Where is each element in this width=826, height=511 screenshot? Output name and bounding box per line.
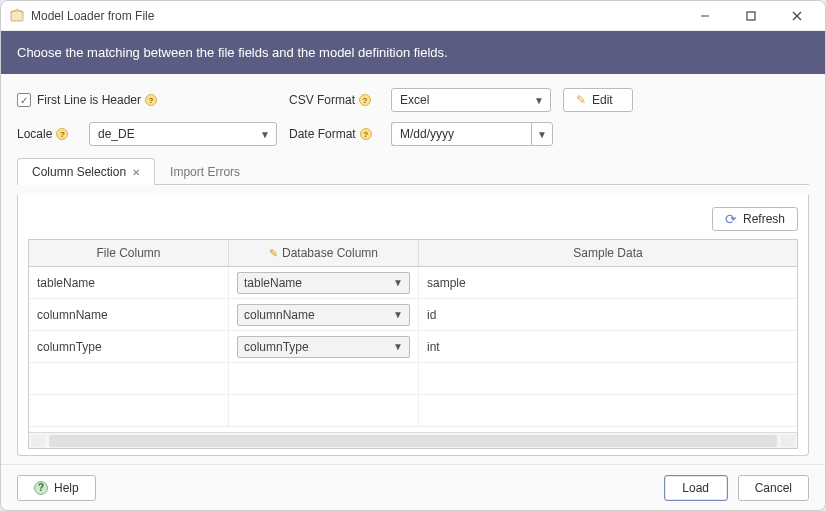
chevron-down-icon: ▼ xyxy=(537,129,547,140)
table-row: columnName columnName ▼ id xyxy=(29,299,797,331)
cell-db-column: tableName ▼ xyxy=(229,267,419,298)
cell-sample: int xyxy=(419,331,797,362)
chevron-down-icon: ▼ xyxy=(534,95,544,106)
pencil-icon: ✎ xyxy=(576,93,586,107)
pencil-icon: ✎ xyxy=(269,247,278,260)
csv-format-value: Excel xyxy=(400,93,429,107)
first-line-header-checkbox[interactable]: ✓ First Line is Header ? xyxy=(17,93,277,107)
cell-file-column: columnType xyxy=(29,331,229,362)
svg-rect-0 xyxy=(11,11,23,21)
db-column-value: columnName xyxy=(244,308,315,322)
cell-sample: sample xyxy=(419,267,797,298)
cancel-button[interactable]: Cancel xyxy=(738,475,809,501)
content-area: ✓ First Line is Header ? CSV Format ? Ex… xyxy=(1,74,825,464)
load-button-label: Load xyxy=(682,481,709,495)
help-icon[interactable]: ? xyxy=(56,128,68,140)
refresh-button-label: Refresh xyxy=(743,212,785,226)
chevron-down-icon: ▼ xyxy=(260,129,270,140)
checkbox-icon: ✓ xyxy=(17,93,31,107)
csv-format-combo[interactable]: Excel ▼ xyxy=(391,88,551,112)
chevron-down-icon: ▼ xyxy=(393,341,403,352)
table-header: File Column ✎Database Column Sample Data xyxy=(29,240,797,267)
first-line-header-label: First Line is Header ? xyxy=(37,93,157,107)
first-line-header-label-text: First Line is Header xyxy=(37,93,141,107)
instruction-banner: Choose the matching between the file fie… xyxy=(1,31,825,74)
locale-value: de_DE xyxy=(98,127,135,141)
cell-file-column: tableName xyxy=(29,267,229,298)
cell-db-column: columnType ▼ xyxy=(229,331,419,362)
dialog-footer: ? Help Load Cancel xyxy=(1,464,825,510)
maximize-button[interactable] xyxy=(731,2,771,30)
cancel-button-label: Cancel xyxy=(755,481,792,495)
date-format-value: M/dd/yyyy xyxy=(400,127,454,141)
svg-rect-2 xyxy=(747,12,755,20)
table-row: tableName tableName ▼ sample xyxy=(29,267,797,299)
db-column-value: columnType xyxy=(244,340,309,354)
date-format-label: Date Format ? xyxy=(289,127,379,141)
titlebar: Model Loader from File xyxy=(1,1,825,31)
date-format-label-text: Date Format xyxy=(289,127,356,141)
db-column-value: tableName xyxy=(244,276,302,290)
dialog-window: Model Loader from File Choose the matchi… xyxy=(0,0,826,511)
edit-button[interactable]: ✎ Edit xyxy=(563,88,633,112)
toolbar-row: ⟳ Refresh xyxy=(28,207,798,231)
chevron-down-icon: ▼ xyxy=(393,277,403,288)
cell-db-column: columnName ▼ xyxy=(229,299,419,330)
table-body: tableName tableName ▼ sample columnName xyxy=(29,267,797,432)
db-column-select[interactable]: columnType ▼ xyxy=(237,336,410,358)
tab-import-errors[interactable]: Import Errors xyxy=(155,158,255,185)
tab-column-selection-label: Column Selection xyxy=(32,165,126,179)
date-format-input[interactable]: M/dd/yyyy xyxy=(391,122,531,146)
db-column-select[interactable]: columnName ▼ xyxy=(237,304,410,326)
chevron-down-icon: ▼ xyxy=(393,309,403,320)
tab-import-errors-label: Import Errors xyxy=(170,165,240,179)
scrollbar-thumb[interactable] xyxy=(49,435,777,447)
tab-bar: Column Selection ✕ Import Errors xyxy=(17,158,809,185)
close-icon[interactable]: ✕ xyxy=(132,167,140,178)
help-button[interactable]: ? Help xyxy=(17,475,96,501)
horizontal-scrollbar[interactable] xyxy=(29,432,797,448)
header-sample-data[interactable]: Sample Data xyxy=(419,240,797,266)
mapping-table: File Column ✎Database Column Sample Data… xyxy=(28,239,798,449)
table-row: columnType columnType ▼ int xyxy=(29,331,797,363)
refresh-icon: ⟳ xyxy=(725,211,737,227)
close-button[interactable] xyxy=(777,2,817,30)
header-database-column[interactable]: ✎Database Column xyxy=(229,240,419,266)
table-row-empty xyxy=(29,363,797,395)
form-row-2: Locale ? de_DE ▼ Date Format ? M/dd/yyyy… xyxy=(17,122,809,146)
tab-column-selection[interactable]: Column Selection ✕ xyxy=(17,158,155,185)
db-column-select[interactable]: tableName ▼ xyxy=(237,272,410,294)
instruction-text: Choose the matching between the file fie… xyxy=(17,45,448,60)
help-icon[interactable]: ? xyxy=(145,94,157,106)
tab-panel: ⟳ Refresh File Column ✎Database Column S… xyxy=(17,195,809,456)
header-file-column[interactable]: File Column xyxy=(29,240,229,266)
edit-button-label: Edit xyxy=(592,93,613,107)
cell-file-column: columnName xyxy=(29,299,229,330)
locale-combo[interactable]: de_DE ▼ xyxy=(89,122,277,146)
locale-label: Locale ? xyxy=(17,127,77,141)
csv-format-label-text: CSV Format xyxy=(289,93,355,107)
help-icon[interactable]: ? xyxy=(360,128,372,140)
window-title: Model Loader from File xyxy=(31,9,679,23)
help-icon[interactable]: ? xyxy=(359,94,371,106)
app-icon xyxy=(9,8,25,24)
cell-sample: id xyxy=(419,299,797,330)
date-format-field: M/dd/yyyy ▼ xyxy=(391,122,571,146)
locale-label-text: Locale xyxy=(17,127,52,141)
help-button-label: Help xyxy=(54,481,79,495)
form-row-1: ✓ First Line is Header ? CSV Format ? Ex… xyxy=(17,88,809,112)
refresh-button[interactable]: ⟳ Refresh xyxy=(712,207,798,231)
table-row-empty xyxy=(29,395,797,427)
date-format-dropdown-button[interactable]: ▼ xyxy=(531,122,553,146)
minimize-button[interactable] xyxy=(685,2,725,30)
csv-format-label: CSV Format ? xyxy=(289,93,379,107)
load-button[interactable]: Load xyxy=(664,475,728,501)
help-icon: ? xyxy=(34,481,48,495)
